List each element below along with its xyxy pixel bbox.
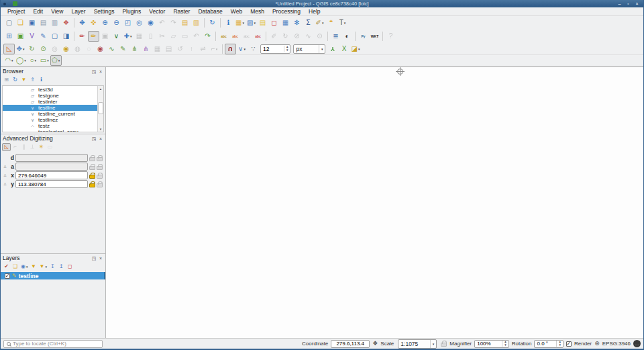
coordinate-input[interactable] (331, 340, 370, 348)
circular-string-curve-button[interactable]: ◠▾ (3, 55, 15, 66)
delete-ring-button[interactable]: ◌ (83, 44, 95, 54)
layers-panel-close-button[interactable]: × (98, 256, 103, 261)
snapping-units-combo[interactable]: px▾ (293, 44, 325, 54)
open-field-calculator-button[interactable]: ▦ (280, 17, 291, 28)
browser-item-test3d[interactable]: ▱test3d (3, 87, 97, 93)
zoom-full-button[interactable]: ◰ (122, 17, 133, 28)
collapse-all-button[interactable]: ↥ (57, 263, 66, 271)
merge-features-button[interactable]: ▦ (152, 44, 163, 54)
scroll-down-icon[interactable]: ▾ (100, 126, 102, 132)
cad-x-lock-icon[interactable] (89, 175, 95, 179)
scroll-up-icon[interactable]: ▴ (100, 86, 102, 91)
scroll-thumb[interactable] (98, 102, 103, 114)
new-project-button[interactable]: ▢ (3, 17, 15, 28)
menu-mesh[interactable]: Mesh (246, 7, 268, 15)
label-properties-button[interactable]: ⊙ (314, 31, 325, 42)
cut-features-button[interactable]: ✂ (156, 31, 168, 42)
advanced-digitizing-panel-close-button[interactable]: × (98, 136, 103, 141)
paste-features-button[interactable]: ▭ (179, 31, 191, 42)
browser-filter-button[interactable]: ▼ (19, 76, 28, 84)
db-manager-button[interactable]: ≣ (330, 31, 341, 42)
rotate-label-button[interactable]: ↻ (280, 31, 291, 42)
cad-y-lock-icon[interactable] (89, 183, 95, 187)
layer-diagram-button[interactable]: abc (229, 31, 241, 42)
cad-floater-button[interactable]: ▭ (46, 143, 54, 151)
open-attribute-table-button[interactable]: ▤ (257, 17, 268, 28)
rotate-point-symbols-button[interactable]: ↺ (174, 44, 186, 54)
cad-x-relative-toggle[interactable]: Δ (2, 173, 8, 177)
enable-snapping-button[interactable]: U (225, 44, 236, 54)
select-features-button[interactable]: ▦▾ (234, 17, 246, 28)
scale-lock-icon[interactable] (441, 343, 447, 347)
select-by-expression-button[interactable]: ▧▾ (246, 17, 257, 28)
modify-attributes-selected-button[interactable]: ▦ (133, 31, 145, 42)
cad-enable-button[interactable]: ◺ (2, 143, 11, 151)
layers-panel-float-button[interactable]: ◳ (91, 256, 97, 261)
log-messages-icon[interactable]: … (633, 340, 641, 347)
menu-database[interactable]: Database (194, 7, 226, 15)
offset-curve-button[interactable]: ∿ (106, 44, 117, 54)
menu-view[interactable]: View (47, 7, 67, 15)
reverse-line-button[interactable]: ⇌ (197, 44, 209, 54)
snapping-mode-button[interactable]: ∨▾ (236, 44, 248, 54)
snapping-tolerance-spinbox[interactable]: ▲▼ (260, 44, 290, 54)
data-source-manager-button[interactable]: ⊞ (3, 31, 15, 42)
reshape-features-button[interactable]: ✎ (117, 44, 129, 54)
add-ring-button[interactable]: ◎ (49, 44, 60, 54)
curved-label-button[interactable]: ∿ (303, 31, 314, 42)
zoom-last-button[interactable]: ↶ (156, 17, 168, 28)
magnifier-input[interactable] (475, 341, 502, 347)
crs-globe-icon[interactable]: ⊛ (594, 341, 600, 347)
snapping-units-dropdown-icon[interactable]: ▾ (319, 45, 325, 53)
menu-raster[interactable]: Raster (169, 7, 194, 15)
show-layout-manager-button[interactable]: ▥ (49, 17, 60, 28)
render-checkbox[interactable]: ✓ (566, 341, 572, 347)
cad-x-repeating-lock-icon[interactable] (97, 175, 103, 179)
manage-map-themes-button[interactable]: ◉▾ (19, 263, 30, 271)
cad-common-angles-button[interactable]: ✳ (37, 143, 46, 151)
vertex-tool-button[interactable]: ✚▾ (122, 31, 133, 42)
layer-row-testline[interactable]: ✓✎testline (1, 272, 105, 279)
delete-part-button[interactable]: ◉ (95, 44, 106, 54)
browser-collapse-all-button[interactable]: ⇑ (28, 76, 37, 84)
browser-scrollbar[interactable]: ▴ ▾ (97, 86, 103, 132)
scale-dropdown-icon[interactable]: ▾ (430, 340, 437, 348)
draw-regular-polygon-button[interactable]: ⬠▾ (50, 55, 62, 66)
measure-button[interactable]: ✐▾ (314, 17, 325, 28)
scroll-track[interactable] (98, 91, 103, 126)
zoom-to-selection-button[interactable]: ◎ (133, 17, 145, 28)
scale-combo[interactable]: 1:1075 ▾ (398, 339, 437, 349)
split-features-button[interactable]: ⋔ (129, 44, 140, 54)
magnifier-spinbox[interactable]: ▲▼ (474, 340, 508, 348)
python-console-button[interactable]: Py (358, 31, 369, 42)
metasearch-button[interactable]: ◐ (341, 31, 353, 42)
open-layer-styling-button[interactable]: ✔ (2, 263, 11, 271)
magnifier-spin-arrows[interactable]: ▲▼ (502, 341, 508, 347)
avoid-overlap-button[interactable]: ◪▾ (350, 44, 361, 54)
maximize-button[interactable]: ▫ (625, 1, 631, 7)
locate-bar[interactable] (3, 340, 103, 348)
pan-to-selection-button[interactable]: ✜ (88, 17, 99, 28)
fill-ring-button[interactable]: ◍ (72, 44, 83, 54)
cad-d-lock-icon[interactable] (89, 157, 95, 161)
browser-refresh-button[interactable]: ↻ (11, 76, 19, 84)
browser-item-testline_current[interactable]: ∨testline_current (3, 111, 97, 117)
move-label-button[interactable]: ✐ (268, 31, 280, 42)
browser-panel-close-button[interactable]: × (98, 69, 103, 74)
merge-attributes-button[interactable]: ▤ (163, 44, 174, 54)
show-bookmarks-button[interactable]: ▥ (191, 17, 202, 28)
plugin-help-button[interactable]: ? (385, 31, 396, 42)
new-temporary-scratch-layer-button[interactable]: ✎ (38, 31, 49, 42)
zoom-out-button[interactable]: ⊖ (111, 17, 122, 28)
cad-a-lock-icon[interactable] (89, 166, 95, 170)
text-annotation-button[interactable]: T▾ (337, 17, 348, 28)
close-button[interactable]: × (634, 1, 640, 7)
draw-rectangle-button[interactable]: ▭▾ (39, 55, 50, 66)
snapping-tolerance-input[interactable] (261, 46, 284, 52)
copy-features-button[interactable]: ▱ (168, 31, 179, 42)
style-manager-button[interactable]: ❖ (60, 17, 72, 28)
menu-plugins[interactable]: Plugins (118, 7, 145, 15)
new-spatialite-layer-button[interactable]: ▢ (49, 31, 60, 42)
menu-help[interactable]: Help (305, 7, 324, 15)
trim-extend-button[interactable]: ⌐▾ (209, 44, 220, 54)
